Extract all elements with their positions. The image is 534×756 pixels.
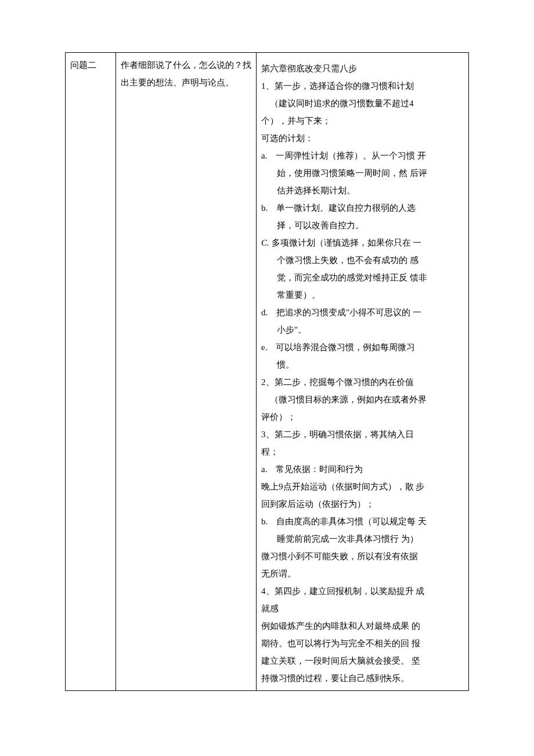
plan-d-line2: 小步"。 [261,321,464,339]
plan-b-line2: 择，可以改善自控力。 [261,217,464,234]
row-label: 问题二 [70,60,96,70]
plan-a-line2: 始，使用微习惯策略一周时间，然 后评 [261,164,464,182]
plan-e-line2: 惯。 [261,356,464,373]
basis-a-ex2: 回到家后运动（依据行为）； [261,495,464,513]
step4-line1: 4、第四步，建立回报机制，以奖励提升 成 [261,582,464,600]
question-text: 作者细部说了什么，怎么说的？找出主要的想法、声明与论点。 [121,56,251,91]
plan-c-rest: 多项微计划（谨慎选择，如果你只在 一 [269,238,422,247]
content-table: 问题二 作者细部说了什么，怎么说的？找出主要的想法、声明与论点。 第六章彻底改变… [65,52,469,691]
basis-note2: 无所谓。 [261,565,464,582]
step4-ex1: 例如锻炼产生的内啡肽和人对最终成果 的 [261,617,464,635]
plan-a-line3: 估并选择长期计划。 [261,182,464,199]
plan-c-line2: 个微习惯上失败，也不会有成功的 感 [261,251,464,269]
basis-b-line2: 睡觉前前完成一次非具体习惯行 为） [261,530,464,548]
plan-c-line4: 常重要）。 [261,286,464,304]
step2-line3: 评价）； [261,408,464,426]
plan-b-line1: b. 单一微计划。建议自控力很弱的人选 [261,199,464,217]
plan-a-line1: a. 一周弹性计划（推荐）。从一个习惯 开 [261,147,464,164]
step4-line2: 就感 [261,600,464,617]
basis-a-ex1: 晚上9点开始运动（依据时间方式），散 步 [261,478,464,495]
step2-line2: （微习惯目标的来源，例如内在或者外界 [261,391,464,408]
plan-e-line1: e. 可以培养混合微习惯，例如每周微习 [261,339,464,356]
step2-line1: 2、第二步，挖掘每个微习惯的内在价值 [261,373,464,391]
plan-d-line1: d. 把追求的习惯变成"小得不可思议的 一 [261,304,464,321]
basis-b-line1: b. 自由度高的非具体习惯（可以规定每 天 [261,513,464,530]
step4-ex2: 期待。也可以将行为与完全不相关的回 报 [261,635,464,652]
answer-cell: 第六章彻底改变只需八步 1、第一步，选择适合你的微习惯和计划 （建议同时追求的微… [257,53,469,691]
plans-label: 可选的计划： [261,129,464,147]
step1-line2: （建议同时追求的微习惯数量不超过4 [261,95,464,112]
plan-c-prefix: C. [261,238,269,247]
plan-c-line1: C. 多项微计划（谨慎选择，如果你只在 一 [261,234,464,251]
basis-note1: 微习惯小到不可能失败，所以有没有依据 [261,548,464,565]
plan-c-line3: 觉，而完全成功的感觉对维持正反 馈非 [261,269,464,286]
step3-line1: 3、第二步，明确习惯依据，将其纳入日 [261,426,464,443]
step1-line1: 1、第一步，选择适合你的微习惯和计划 [261,77,464,95]
step3-line2: 程； [261,443,464,460]
question-cell: 作者细部说了什么，怎么说的？找出主要的想法、声明与论点。 [116,53,257,691]
chapter-title: 第六章彻底改变只需八步 [261,60,464,77]
step1-line3: 个），并与下来； [261,112,464,129]
document-page: 问题二 作者细部说了什么，怎么说的？找出主要的想法、声明与论点。 第六章彻底改变… [0,0,534,756]
step4-ex4: 持微习惯的过程，要让自己感到快乐。 [261,669,464,687]
row-label-cell: 问题二 [66,53,116,691]
table-row: 问题二 作者细部说了什么，怎么说的？找出主要的想法、声明与论点。 第六章彻底改变… [66,53,469,691]
basis-a: a. 常见依据：时间和行为 [261,460,464,478]
step4-ex3: 建立关联，一段时间后大脑就会接受。 坚 [261,652,464,669]
